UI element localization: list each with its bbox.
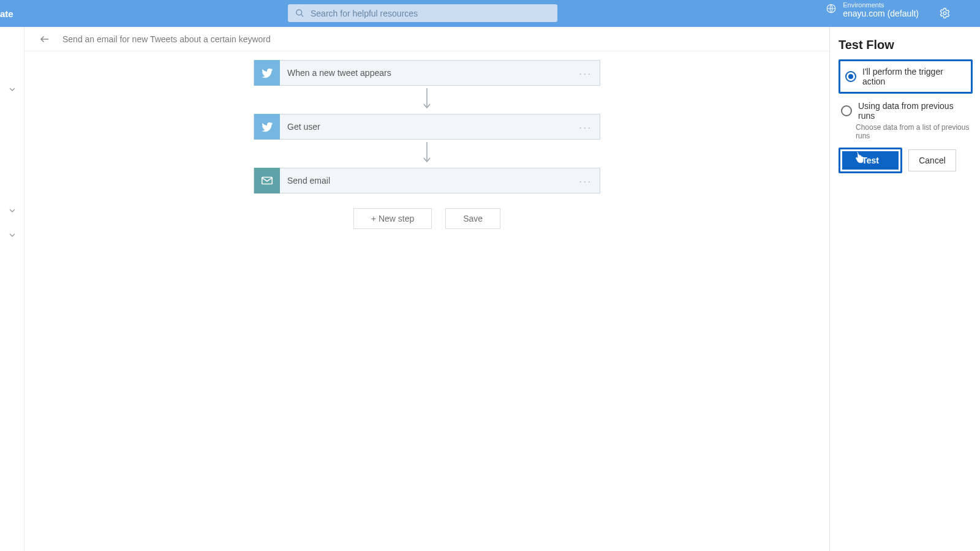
flow-arrow-icon bbox=[423, 140, 431, 168]
radio-hint: Choose data from a list of previous runs bbox=[856, 123, 973, 140]
highlight-box: I'll perform the trigger action bbox=[839, 59, 973, 94]
twitter-icon bbox=[254, 114, 280, 140]
flow-step-send-email[interactable]: Send email ··· bbox=[254, 168, 600, 193]
radio-perform-trigger[interactable]: I'll perform the trigger action bbox=[843, 63, 968, 90]
canvas-actions: + New step Save bbox=[353, 208, 500, 229]
environment-picker[interactable]: Environments enayu.com (default) bbox=[826, 1, 919, 18]
app-title-fragment: ate bbox=[0, 0, 13, 27]
flow-arrow-icon bbox=[423, 86, 431, 114]
flow-step-trigger[interactable]: When a new tweet appears ··· bbox=[254, 60, 600, 86]
chevron-down-icon[interactable] bbox=[7, 230, 17, 240]
step-title: Send email bbox=[287, 176, 330, 186]
environment-text: Environments enayu.com (default) bbox=[843, 1, 919, 18]
flow-title: Send an email for new Tweets about a cer… bbox=[62, 34, 271, 44]
global-search[interactable] bbox=[288, 4, 557, 22]
environment-label: Environments bbox=[843, 1, 919, 9]
radio-icon bbox=[841, 105, 852, 116]
environment-icon bbox=[826, 3, 837, 17]
svg-point-3 bbox=[943, 12, 946, 15]
chevron-down-icon[interactable] bbox=[7, 84, 17, 94]
radio-icon bbox=[845, 71, 856, 82]
radio-label: I'll perform the trigger action bbox=[862, 67, 966, 86]
search-input[interactable] bbox=[311, 9, 550, 18]
test-button-label: Test bbox=[862, 156, 879, 165]
cancel-button[interactable]: Cancel bbox=[908, 149, 956, 171]
step-more-button[interactable]: ··· bbox=[579, 68, 592, 78]
back-button[interactable] bbox=[39, 34, 50, 45]
svg-line-1 bbox=[301, 14, 303, 17]
svg-point-0 bbox=[296, 10, 302, 15]
step-title: When a new tweet appears bbox=[287, 68, 391, 78]
step-more-button[interactable]: ··· bbox=[579, 122, 592, 132]
chevron-down-icon[interactable] bbox=[7, 206, 17, 216]
settings-button[interactable] bbox=[939, 7, 951, 21]
top-bar: ate Environments enayu.com (default) bbox=[0, 0, 980, 27]
test-button[interactable]: Test bbox=[842, 151, 899, 170]
save-button[interactable]: Save bbox=[445, 208, 500, 229]
left-nav-rail bbox=[0, 27, 24, 551]
twitter-icon bbox=[254, 60, 280, 86]
flow-canvas: When a new tweet appears ··· Get user ··… bbox=[24, 51, 829, 551]
highlight-box: Test bbox=[839, 148, 902, 173]
environment-name: enayu.com (default) bbox=[843, 9, 919, 18]
search-icon bbox=[295, 9, 304, 18]
panel-buttons: Test Cancel bbox=[839, 148, 973, 173]
radio-previous-runs[interactable]: Using data from previous runs bbox=[839, 97, 973, 124]
radio-label: Using data from previous runs bbox=[858, 101, 970, 121]
flow-step-get-user[interactable]: Get user ··· bbox=[254, 114, 600, 140]
test-flow-panel: Test Flow I'll perform the trigger actio… bbox=[829, 27, 980, 551]
step-title: Get user bbox=[287, 122, 320, 132]
mail-icon bbox=[254, 168, 280, 193]
panel-title: Test Flow bbox=[839, 38, 973, 52]
new-step-button[interactable]: + New step bbox=[353, 208, 432, 229]
step-more-button[interactable]: ··· bbox=[579, 176, 592, 186]
